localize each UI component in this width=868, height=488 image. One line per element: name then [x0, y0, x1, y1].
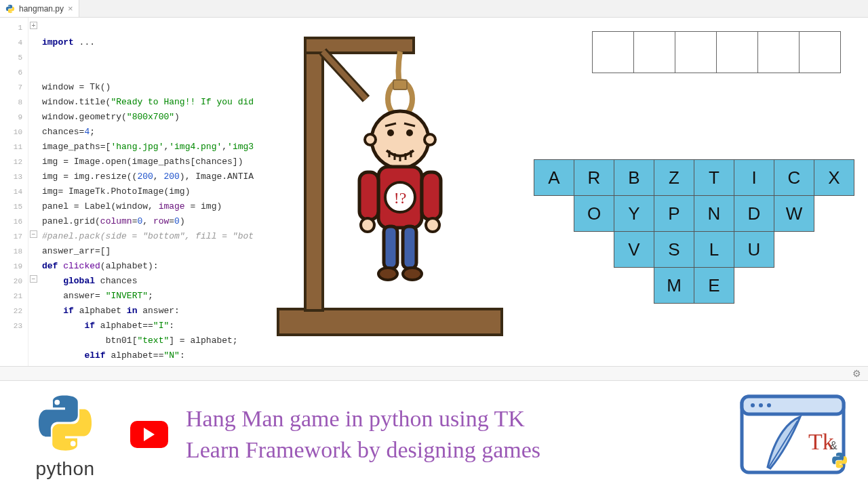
svg-point-27	[751, 403, 755, 407]
svg-point-12	[365, 134, 376, 145]
banner-title-line1: Hang Man game in python using TK	[186, 406, 540, 432]
svg-text:&: &	[830, 440, 837, 451]
letter-button[interactable]: R	[574, 159, 614, 196]
line-gutter: 145 678 91011 121314 151617 181920 21222…	[0, 18, 28, 366]
svg-rect-6	[393, 80, 407, 89]
fold-column: + − −	[28, 18, 39, 366]
tab-bar: hangman.py ×	[0, 0, 868, 18]
letter-button[interactable]: T	[694, 159, 734, 196]
fold-toggle-icon[interactable]: −	[30, 275, 37, 283]
letter-grid: A R B Z T I C X O Y P N D W V S L U M E	[532, 160, 857, 304]
letter-button[interactable]: W	[774, 195, 814, 232]
answer-cell	[592, 31, 634, 73]
svg-rect-22	[403, 226, 416, 268]
letter-button[interactable]: D	[734, 195, 774, 232]
banner-titles: Hang Man game in python using TK Learn F…	[186, 406, 540, 463]
letter-button[interactable]: E	[694, 267, 734, 304]
answer-cell	[675, 31, 717, 73]
fold-toggle-icon[interactable]: −	[30, 230, 37, 238]
youtube-icon[interactable]	[130, 421, 168, 448]
answer-cell	[633, 31, 675, 73]
letter-button[interactable]: P	[654, 195, 694, 232]
answer-cell	[799, 31, 841, 73]
svg-point-28	[759, 403, 763, 407]
python-logo: python	[18, 389, 113, 480]
main-area: 145 678 91011 121314 151617 181920 21222…	[0, 18, 868, 366]
letter-button[interactable]: I	[734, 159, 774, 196]
file-tab-hangman[interactable]: hangman.py ×	[0, 0, 79, 17]
svg-point-20	[426, 218, 439, 232]
answer-cell	[716, 31, 758, 73]
svg-text:!?: !?	[394, 189, 407, 207]
hangman-image: !?	[258, 24, 522, 350]
letter-button[interactable]: A	[534, 159, 574, 196]
answer-row	[593, 31, 841, 73]
svg-line-4	[323, 52, 366, 99]
svg-point-13	[425, 134, 435, 145]
svg-point-29	[767, 403, 771, 407]
svg-point-24	[403, 268, 422, 280]
letter-button[interactable]: B	[614, 159, 654, 196]
svg-rect-26	[742, 396, 844, 414]
title-banner: python Hang Man game in python using TK …	[0, 381, 868, 488]
svg-rect-0	[278, 309, 502, 335]
svg-point-8	[387, 129, 394, 136]
svg-point-23	[378, 268, 397, 280]
svg-rect-17	[359, 172, 378, 220]
close-icon[interactable]: ×	[68, 3, 73, 14]
letter-button[interactable]: X	[814, 159, 854, 196]
letter-button[interactable]: Z	[654, 159, 694, 196]
letter-button[interactable]: Y	[614, 195, 654, 232]
letter-button[interactable]: M	[654, 267, 694, 304]
gear-icon[interactable]: ⚙	[852, 368, 861, 379]
svg-rect-18	[422, 172, 441, 220]
svg-rect-21	[384, 226, 397, 268]
letter-button[interactable]: N	[694, 195, 734, 232]
banner-title-line2: Learn Framework by designing games	[186, 437, 540, 463]
svg-point-19	[361, 218, 374, 232]
code-editor[interactable]: 145 678 91011 121314 151617 181920 21222…	[0, 18, 298, 366]
svg-point-9	[406, 129, 413, 136]
tkinter-logo: Tk &	[735, 387, 850, 482]
letter-button[interactable]: V	[614, 231, 654, 268]
letter-button[interactable]: C	[774, 159, 814, 196]
tab-filename: hangman.py	[19, 4, 64, 14]
letter-button[interactable]: U	[734, 231, 774, 268]
svg-rect-1	[305, 45, 323, 310]
python-wordmark: python	[35, 458, 94, 480]
answer-cell	[757, 31, 800, 73]
svg-rect-2	[305, 38, 414, 53]
letter-button[interactable]: O	[574, 195, 614, 232]
python-file-icon	[5, 4, 15, 14]
letter-button[interactable]: S	[654, 231, 694, 268]
fold-toggle-icon[interactable]: +	[30, 22, 37, 29]
letter-button[interactable]: L	[694, 231, 734, 268]
bottom-toolbar: ⚙	[0, 366, 868, 381]
